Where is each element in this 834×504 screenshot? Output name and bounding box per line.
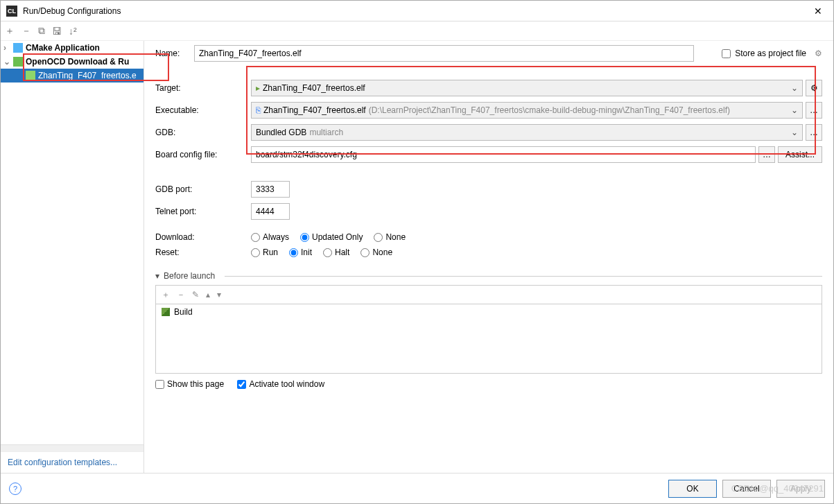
gdb-browse-button[interactable]: … [806,124,822,141]
gdb-value: Bundled GDB [256,128,306,137]
target-value: ZhanTing_F407_freertos.elf [263,83,365,93]
target-icon: ▸ [256,83,260,93]
reset-label: Reset: [155,247,251,257]
name-input[interactable] [194,45,694,62]
target-label: Target: [155,83,251,93]
sort-icon[interactable]: ↓² [69,26,77,37]
reset-run[interactable]: Run [251,247,278,257]
download-updated[interactable]: Updated Only [300,232,363,242]
chevron-down-icon: ⌄ [791,83,798,93]
down-icon[interactable]: ▾ [217,290,221,299]
cancel-button[interactable]: Cancel [722,480,771,498]
cmake-icon [13,43,23,53]
form-panel: Name: Store as project file ⚙ Target: ▸ … [144,41,833,473]
target-combo[interactable]: ▸ ZhanTing_F407_freertos.elf ⌄ [251,80,803,96]
chevron-down-icon: ▾ [155,271,159,281]
name-label: Name: [155,49,194,58]
help-icon[interactable]: ? [9,483,21,495]
gear-icon[interactable]: ⚙ [815,49,822,58]
reset-halt[interactable]: Halt [323,247,349,257]
assist-button[interactable]: Assist... [778,146,822,163]
hammer-icon [162,308,170,316]
exe-label: Executable: [155,105,251,115]
window-title: Run/Debug Configurations [23,6,808,16]
gdb-label: GDB: [155,128,251,137]
chevron-down-icon: ⌄ [791,128,798,137]
board-input[interactable] [251,146,756,163]
store-checkbox-input[interactable] [722,49,731,58]
ok-button[interactable]: OK [668,480,717,498]
remove-icon[interactable]: － [177,289,185,301]
before-launch-toolbar: ＋ － ✎ ▴ ▾ [155,285,822,304]
tree-label: OpenOCD Download & Ru [26,57,129,67]
board-browse-button[interactable]: … [758,146,775,163]
add-icon[interactable]: ＋ [5,25,15,37]
close-icon[interactable]: ✕ [808,6,828,17]
download-none[interactable]: None [374,232,406,242]
tree-label: ZhanTing_F407_freertos.e [38,71,137,80]
elf-icon [26,71,35,80]
reset-none[interactable]: None [360,247,392,257]
gdb-combo[interactable]: Bundled GDB multiarch ⌄ [251,124,803,141]
add-icon[interactable]: ＋ [162,289,170,301]
download-label: Download: [155,232,251,242]
exe-hint: (D:\LearnProject\ZhanTing_F407_freertos\… [369,105,730,115]
tree-node-cmake[interactable]: › CMake Application [1,41,144,55]
edit-templates-link[interactable]: Edit configuration templates... [1,451,144,473]
chevron-right-icon: › [3,43,13,53]
remove-icon[interactable]: － [21,25,31,37]
copy-icon[interactable]: ⧉ [38,25,45,37]
openocd-icon [13,57,23,67]
board-label: Board config file: [155,150,251,159]
activate-tool-checkbox[interactable]: Activate tool window [237,379,324,389]
gdb-port-label: GDB port: [155,184,251,194]
up-icon[interactable]: ▴ [206,290,210,299]
before-launch-header[interactable]: ▾ Before launch [155,271,822,281]
store-checkbox[interactable]: Store as project file ⚙ [722,49,822,58]
tree-label: CMake Application [26,43,100,53]
store-label: Store as project file [735,49,806,58]
apply-button[interactable]: Apply [776,480,825,498]
chevron-down-icon: ⌄ [3,57,13,67]
gdb-port-input[interactable] [251,181,290,198]
app-icon: CL [6,6,17,17]
build-item-label: Build [174,307,193,317]
reset-init[interactable]: Init [289,247,312,257]
titlebar: CL Run/Debug Configurations ✕ [1,1,833,21]
telnet-port-input[interactable] [251,203,290,220]
tree-node-selected[interactable]: ZhanTing_F407_freertos.e [1,69,144,82]
config-toolbar: ＋ － ⧉ 🖫 ↓² [1,21,833,41]
sidebar: › CMake Application ⌄ OpenOCD Download &… [1,41,144,473]
show-page-checkbox[interactable]: Show this page [155,379,224,389]
exe-browse-button[interactable]: … [806,102,822,119]
sidebar-scrollbar[interactable] [1,444,144,451]
chevron-down-icon: ⌄ [791,105,798,115]
before-launch-list[interactable]: Build [155,304,822,374]
exe-icon: ⎘ [256,105,261,115]
exe-value: ZhanTing_F407_freertos.elf [263,105,366,115]
download-always[interactable]: Always [251,232,289,242]
gdb-hint: multiarch [309,128,343,137]
dialog-footer: ? OK Cancel Apply [1,473,833,503]
target-settings-button[interactable]: ⚙ [806,80,822,96]
config-tree[interactable]: › CMake Application ⌄ OpenOCD Download &… [1,41,144,444]
save-icon[interactable]: 🖫 [52,26,62,37]
before-launch-label: Before launch [164,271,215,281]
exe-combo[interactable]: ⎘ ZhanTing_F407_freertos.elf (D:\LearnPr… [251,102,803,119]
tree-node-openocd[interactable]: ⌄ OpenOCD Download & Ru [1,55,144,69]
telnet-port-label: Telnet port: [155,207,251,216]
edit-icon[interactable]: ✎ [192,290,199,299]
build-item[interactable]: Build [162,307,816,317]
